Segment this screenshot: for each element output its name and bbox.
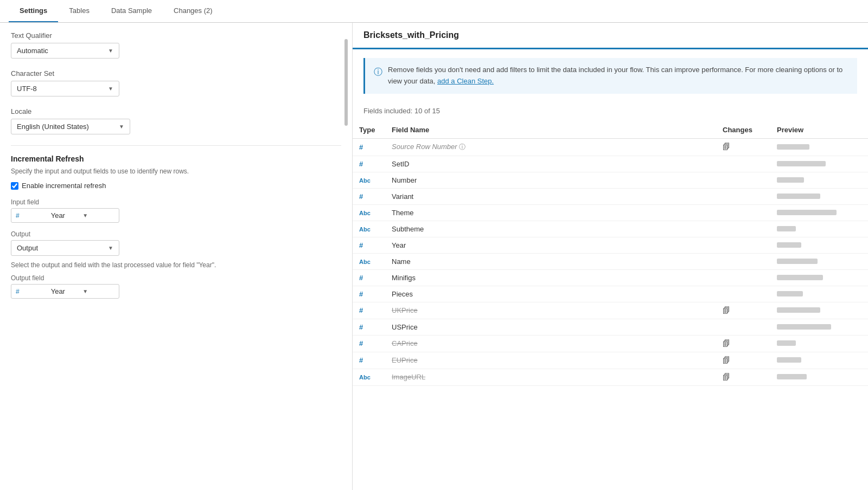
changes-cell [716,237,770,253]
field-name-cell: Year [385,237,716,253]
preview-cell [770,319,868,335]
preview-bar [777,357,801,363]
field-name-cell: USPrice [385,319,716,335]
field-type-cell: # [353,286,385,302]
changes-cell [716,269,770,286]
output-field-label: Output field [11,274,341,282]
type-badge: Abc [359,177,371,184]
top-tabs-bar: Settings Tables Data Sample Changes (2) [0,0,868,23]
preview-bar [777,374,807,379]
type-badge: # [359,160,363,168]
changes-icon[interactable]: 🗐 [723,356,730,365]
character-set-select[interactable]: UTF-8 ▼ [11,81,119,96]
preview-bar [777,144,809,150]
field-name-cell: Name [385,253,716,269]
field-type-cell: # [353,156,385,172]
preview-bar [777,307,820,313]
fields-table: Type Field Name Changes Preview #Source … [353,121,868,386]
preview-cell [770,172,868,188]
text-qualifier-select[interactable]: Automatic ▼ [11,43,119,59]
table-row: #CAPrice🗐 [353,335,868,352]
col-header-changes: Changes [716,121,770,139]
chevron-down-icon: ▼ [108,48,113,54]
output-label: Output [11,230,341,238]
changes-icon[interactable]: 🗐 [723,373,730,382]
tab-tables[interactable]: Tables [58,0,100,22]
enable-incremental-refresh-checkbox[interactable] [11,182,18,190]
table-row: #Year [353,237,868,253]
locale-label: Locale [11,107,341,115]
field-name-cell: Subtheme [385,221,716,237]
changes-icon[interactable]: 🗐 [723,339,730,348]
chevron-down-icon: ▼ [119,124,124,130]
type-badge: # [359,192,363,201]
changes-cell [716,204,770,221]
field-type-cell: Abc [353,172,385,188]
input-field-label: Input field [11,198,341,206]
locale-select[interactable]: English (United States) ▼ [11,119,130,134]
preview-cell [770,302,868,319]
preview-cell [770,138,868,156]
table-row: AbcName [353,253,868,269]
table-row: #UKPrice🗐 [353,302,868,319]
field-type-cell: # [353,138,385,156]
col-header-preview: Preview [770,121,868,139]
locale-value: English (United States) [17,122,89,131]
preview-bar [777,177,804,183]
info-icon[interactable]: ⓘ [457,143,465,151]
col-header-field-name: Field Name [385,121,716,139]
changes-cell [716,156,770,172]
locale-group: Locale English (United States) ▼ [11,107,341,134]
table-row: #Minifigs [353,269,868,286]
preview-bar [777,324,831,330]
enable-incremental-refresh-row: Enable incremental refresh [11,182,341,190]
changes-cell: 🗐 [716,302,770,319]
tab-data-sample[interactable]: Data Sample [100,0,163,22]
add-clean-step-link[interactable]: add a Clean Step. [437,77,494,85]
table-row: #SetID [353,156,868,172]
input-field-select[interactable]: # Year ▼ [11,208,119,223]
chevron-down-icon: ▼ [108,86,113,92]
field-name-cell: Pieces [385,286,716,302]
field-type-cell: # [353,302,385,319]
changes-cell [716,253,770,269]
changes-icon[interactable]: 🗐 [723,306,730,315]
table-row: AbcTheme [353,204,868,221]
scroll-indicator[interactable] [344,39,348,126]
preview-bar [777,259,818,264]
info-banner: ⓘ Remove fields you don't need and add f… [363,58,857,94]
type-badge: Abc [359,226,371,233]
table-row: AbcNumber [353,172,868,188]
character-set-group: Character Set UTF-8 ▼ [11,69,341,96]
type-badge: # [359,241,363,249]
changes-cell [716,221,770,237]
preview-cell [770,156,868,172]
info-icon: ⓘ [374,65,382,79]
table-row: AbcImageURL🗐 [353,369,868,385]
chevron-down-icon: ▼ [82,288,114,294]
field-type-cell: # [353,188,385,204]
preview-bar [777,291,803,296]
field-type-cell: Abc [353,253,385,269]
tab-settings[interactable]: Settings [9,0,58,22]
preview-cell [770,369,868,385]
output-select[interactable]: Output ▼ [11,240,119,256]
tab-changes[interactable]: Changes (2) [163,0,224,22]
col-header-type: Type [353,121,385,139]
changes-cell [716,286,770,302]
output-field-value: Year [51,287,83,295]
preview-cell [770,188,868,204]
field-type-cell: Abc [353,204,385,221]
changes-cell [716,319,770,335]
preview-cell [770,237,868,253]
changes-icon[interactable]: 🗐 [723,143,730,151]
field-name-cell: ImageURL [385,369,716,385]
changes-cell: 🗐 [716,369,770,385]
fields-count: Fields included: 10 of 15 [353,102,868,119]
input-field-group: Input field # Year ▼ [11,198,341,223]
enable-incremental-refresh-label: Enable incremental refresh [22,182,106,190]
output-field-select[interactable]: # Year ▼ [11,284,119,299]
table-row: #Variant [353,188,868,204]
field-type-cell: Abc [353,221,385,237]
table-row: AbcSubtheme [353,221,868,237]
